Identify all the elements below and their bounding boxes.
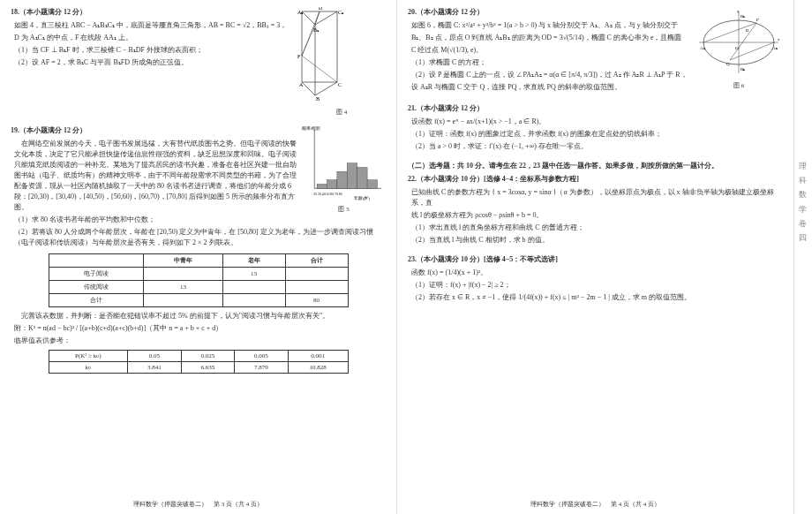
figure-4-box: A B C A₁ B₁ C₁ D F 图 4: [297, 7, 386, 117]
cell-empty: [285, 281, 348, 294]
p21-q2: （2）当 a > 0 时，求证：f′(x) 在 (−1, +∞) 存在唯一零点。: [411, 141, 783, 152]
page-4: A₁ A₂ B₁ B₂ P Q R x y O 图 6 20.（本小题满分 12…: [397, 0, 794, 514]
th-old: 老年: [222, 254, 285, 268]
p22-l1: 已知曲线 C 的参数方程为 { x = 3cosα, y = sinα }（α …: [411, 187, 783, 208]
svg-rect-22: [347, 163, 357, 189]
p21-body: 设函数 f(x) = eˣ − ax/(x+1)(x > −1，a ∈ R)。 …: [408, 117, 783, 152]
contingency-table: 中青年 老年 合计 电子阅读 13 传统阅读 13 合计 80: [49, 253, 349, 307]
svg-text:R: R: [746, 28, 749, 33]
cell: 电子阅读: [49, 268, 144, 281]
p19-q2: （2）若将该 80 人分成两个年龄层次，年龄在 [20,50) 定义为中青年，在…: [14, 227, 386, 248]
p22-l2: 线 l 的极坐标方程为 ρcosθ − ρsinθ + b = 0。: [411, 210, 783, 221]
svg-text:x: x: [778, 37, 780, 42]
p22-q1: （1）求出直线 l 的直角坐标方程和曲线 C 的普通方程；: [411, 223, 783, 233]
svg-marker-0: [302, 82, 337, 95]
footer-page-3: 理科数学（押题突破卷二） 第 3 页（共 4 页）: [0, 500, 396, 509]
svg-line-32: [730, 42, 774, 60]
histogram-icon: 20 30 40 50 60 70 80 年龄(岁) 频率/组距: [302, 125, 386, 201]
svg-text:B₁: B₁: [313, 27, 320, 33]
svg-marker-1: [302, 11, 337, 25]
prism-figure-icon: A B C A₁ B₁ C₁ D F: [297, 7, 386, 104]
p22-body: 已知曲线 C 的参数方程为 { x = 3cosα, y = sinα }（α …: [408, 187, 783, 246]
svg-text:A₁: A₁: [700, 46, 705, 50]
cell: k₀: [49, 362, 128, 374]
side-tab-char: 科: [794, 173, 810, 187]
problem-18: A B C A₁ B₁ C₁ D F 图 4 18.（本小题满分 12 分） 如…: [11, 7, 386, 117]
p23-q2: （2）若存在 x ∈ R，x ≠ −1，使得 1/(4f(x)) + f(x) …: [411, 292, 783, 303]
footer-page-4: 理科数学（押题突破卷二） 第 4 页（共 4 页）: [397, 500, 793, 509]
p21-header: 21.（本小题满分 12 分）: [408, 103, 783, 113]
svg-text:Q: Q: [726, 62, 730, 66]
svg-line-31: [703, 23, 756, 42]
svg-text:y: y: [737, 9, 740, 13]
p23-header: 23.（本小题满分 10 分）[选修 4−5：不等式选讲]: [408, 254, 783, 264]
svg-rect-21: [337, 171, 347, 188]
cell: 合计: [49, 294, 144, 307]
table-row: 电子阅读 13: [49, 268, 348, 281]
svg-text:20 30 40 50 60 70 80: 20 30 40 50 60 70 80: [313, 193, 342, 196]
svg-line-6: [302, 56, 337, 82]
th-total: 合计: [285, 254, 348, 268]
cell: 13: [144, 281, 222, 294]
svg-line-33: [730, 23, 756, 60]
critical-value-table: P(K² ≥ k₀) 0.05 0.025 0.005 0.001 k₀ 3.8…: [49, 350, 349, 374]
section-2-title: （二）选考题：共 10 分。请考生在 22，23 题中任选一题作答。如果多做，则…: [408, 161, 783, 170]
cell: P(K² ≥ k₀): [49, 351, 128, 362]
cell: 13: [222, 268, 285, 281]
svg-text:O: O: [735, 46, 739, 50]
cell-empty: [222, 281, 285, 294]
p21-q1: （1）证明：函数 f(x) 的图象过定点，并求函数 f(x) 的图象在定点处的切…: [411, 129, 783, 140]
problem-23: 23.（本小题满分 10 分）[选修 4−5：不等式选讲] 函数 f(x) = …: [408, 254, 783, 303]
svg-text:P: P: [756, 18, 759, 22]
figure-4-caption: 图 4: [297, 108, 386, 117]
side-tab-char: 数: [794, 187, 810, 201]
figure-5-box: 20 30 40 50 60 70 80 年龄(岁) 频率/组距 图 5: [302, 125, 386, 196]
cell: 6.635: [181, 362, 235, 374]
problem-22: 22.（本小题满分 10 分）[选修 4−4：坐标系与参数方程] 已知曲线 C …: [408, 174, 783, 246]
cell-empty: [222, 294, 285, 307]
p19-q1: （1）求 80 名读书者年龄的平均数和中位数；: [14, 215, 386, 225]
page-3: A B C A₁ B₁ C₁ D F 图 4 18.（本小题满分 12 分） 如…: [0, 0, 397, 514]
svg-text:B: B: [316, 96, 320, 102]
p23-intro: 函数 f(x) = (1/4)(x + 1)²。: [411, 268, 783, 278]
figure-5-caption: 图 5: [302, 205, 386, 214]
table-row: k₀ 3.841 6.635 7.879 10.828: [49, 362, 348, 374]
problem-19: 20 30 40 50 60 70 80 年龄(岁) 频率/组距 图 5 19.…: [11, 125, 386, 374]
svg-text:F: F: [297, 54, 301, 59]
svg-text:B₁: B₁: [741, 14, 745, 19]
p23-q1: （1）证明：f(x) + |f(x) − 2| ≥ 2；: [411, 280, 783, 291]
p19-para2: 完善该表数据，并判断：是否能在犯错误率不超过 5% 的前提下，认为"阅读习惯与年…: [14, 311, 386, 321]
cell-empty: [144, 268, 222, 281]
cell: 80: [285, 294, 348, 307]
side-tab-char: 卷: [794, 216, 810, 231]
problem-21: 21.（本小题满分 12 分） 设函数 f(x) = eˣ − ax/(x+1)…: [408, 103, 783, 152]
p23-body: 函数 f(x) = (1/4)(x + 1)²。 （1）证明：f(x) + |f…: [408, 268, 783, 303]
table-row: P(K² ≥ k₀) 0.05 0.025 0.005 0.001: [49, 351, 348, 362]
svg-text:D: D: [319, 7, 323, 11]
svg-text:年龄(岁): 年龄(岁): [354, 195, 371, 200]
figure-6-caption: 图 6: [695, 81, 783, 90]
svg-text:A₂: A₂: [772, 46, 778, 50]
figure-6-box: A₁ A₂ B₁ B₂ P Q R x y O 图 6: [695, 7, 783, 90]
cell: 0.005: [235, 351, 289, 362]
cell: 0.025: [181, 351, 235, 362]
svg-text:C₁: C₁: [338, 10, 344, 15]
cell: 传统阅读: [49, 281, 144, 294]
svg-text:频率/组距: 频率/组距: [302, 125, 320, 131]
cell-empty: [285, 268, 348, 281]
p22-header: 22.（本小题满分 10 分）[选修 4−4：坐标系与参数方程]: [408, 174, 783, 184]
svg-rect-23: [357, 168, 367, 189]
svg-rect-19: [317, 185, 327, 189]
cell: 0.05: [128, 351, 182, 362]
th-blank: [49, 254, 144, 268]
svg-rect-20: [327, 180, 337, 189]
side-tab: 理 科 数 学 卷 四: [794, 159, 810, 245]
table-row: 合计 80: [49, 294, 348, 307]
cell: 0.001: [288, 351, 348, 362]
svg-rect-24: [367, 180, 377, 189]
side-tab-char: 理: [794, 159, 810, 173]
problem-20: A₁ A₂ B₁ B₂ P Q R x y O 图 6 20.（本小题满分 12…: [408, 7, 783, 94]
svg-text:A₁: A₁: [297, 10, 304, 15]
ellipse-figure-icon: A₁ A₂ B₁ B₂ P Q R x y O: [695, 7, 783, 78]
svg-text:B₂: B₂: [741, 67, 745, 72]
